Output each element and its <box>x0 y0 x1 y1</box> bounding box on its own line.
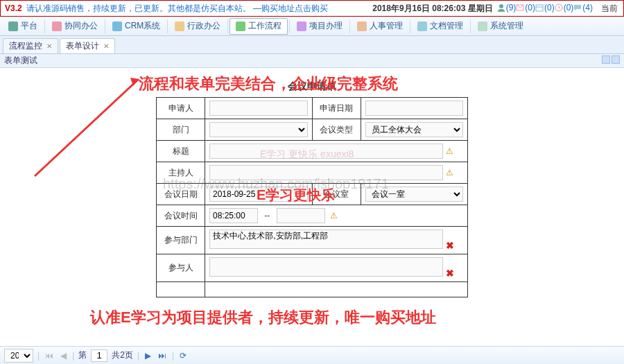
svg-rect-13 <box>417 21 427 31</box>
stat-clock[interactable]: (0) <box>555 3 574 12</box>
menu-item-5[interactable]: 项目办理 <box>291 18 348 35</box>
stat-count: (9) <box>506 3 517 12</box>
page-size-select[interactable]: 20 <box>4 349 33 363</box>
tab-1[interactable]: 表单设计✕ <box>60 38 115 53</box>
menu-label: 系统管理 <box>490 20 523 32</box>
input-time-to[interactable] <box>277 208 325 223</box>
pager-prev-icon[interactable]: ◀ <box>59 351 68 361</box>
lbl-joinperson: 参与人 <box>157 254 205 282</box>
menu-item-7[interactable]: 文档管理 <box>412 18 469 35</box>
stat-count: (0) <box>564 3 574 12</box>
lbl-dept: 部门 <box>157 119 205 141</box>
pager-page-input[interactable] <box>91 349 107 362</box>
menu-icon <box>175 21 184 31</box>
menu-item-2[interactable]: CRM系统 <box>107 18 166 35</box>
stat-cal[interactable]: (0) <box>535 3 555 12</box>
menu-icon <box>357 21 367 31</box>
version-label: V3.2 <box>5 3 22 13</box>
menu-label: 平台 <box>21 20 37 32</box>
svg-rect-9 <box>175 21 184 31</box>
pager-bar: 20 | ⏮ ◀ | 第 共2页 | ▶ ⏭ | ⟳ <box>0 346 624 364</box>
window-buttons[interactable] <box>600 55 620 66</box>
datetime-label: 2018年9月16日 08:26:03 星期日 <box>372 3 492 15</box>
menu-icon <box>112 21 122 31</box>
stat-count: (0) <box>525 3 535 12</box>
close-icon[interactable]: ✕ <box>103 42 109 50</box>
select-meettype[interactable]: 员工全体大会 <box>365 122 464 137</box>
menu-label: 协同办公 <box>64 20 98 32</box>
top-right: 2018年9月16日 08:26:03 星期日 (9)(0)(0)(0)(4) … <box>372 3 618 15</box>
svg-rect-14 <box>478 21 487 31</box>
select-dept[interactable] <box>209 122 308 137</box>
stat-chat[interactable]: (4) <box>573 3 593 12</box>
user-icon <box>497 3 505 12</box>
menu-icon <box>297 21 306 31</box>
menu-icon <box>52 21 62 31</box>
svg-rect-10 <box>236 21 245 31</box>
close-icon[interactable]: ✕ <box>46 42 52 50</box>
current-user[interactable]: 当前 <box>601 3 618 15</box>
pager-refresh-icon[interactable]: ⟳ <box>178 351 188 361</box>
watermark-1: E学习 更快乐 exuexi8 <box>260 148 354 161</box>
input-time-from[interactable] <box>209 208 258 223</box>
menu-item-8[interactable]: 系统管理 <box>472 18 529 35</box>
warning-icon: ⚠ <box>446 146 453 156</box>
pager-prefix: 第 <box>78 349 87 361</box>
menu-label: CRM系统 <box>125 20 160 32</box>
svg-rect-8 <box>112 21 122 31</box>
tab-bar: 流程监控✕表单设计✕ <box>0 36 624 54</box>
svg-rect-12 <box>357 21 367 31</box>
input-applydate[interactable] <box>365 101 464 116</box>
svg-marker-16 <box>130 78 139 86</box>
stat-user[interactable]: (9) <box>497 3 517 12</box>
annotation-arrow-icon <box>28 72 146 183</box>
menu-item-3[interactable]: 行政办公 <box>169 18 226 35</box>
warning-icon: ⚠ <box>446 168 453 177</box>
input-applicant[interactable] <box>209 101 308 116</box>
stat-count: (4) <box>582 3 593 12</box>
menu-label: 人事管理 <box>370 20 403 32</box>
menu-label: 工作流程 <box>248 20 281 32</box>
annotation-1: 流程和表单完美结合，企业级完整系统 <box>139 73 398 94</box>
stat-count: (0) <box>544 3 555 12</box>
mail-icon <box>516 3 524 12</box>
lbl-meettime: 会议时间 <box>157 205 205 227</box>
form-canvas: 流程和表单完美结合，企业级完整系统 E学习 更快乐 exuexi8 https:… <box>0 68 624 336</box>
pager-next-icon[interactable]: ▶ <box>144 351 153 361</box>
warning-icon: ⚠ <box>330 211 338 220</box>
menu-label: 文档管理 <box>430 20 463 32</box>
lbl-extra <box>157 282 205 297</box>
menu-icon <box>478 21 487 31</box>
stat-mail[interactable]: (0) <box>516 3 535 12</box>
pager-last-icon[interactable]: ⏭ <box>157 351 168 361</box>
panel-title: 表单测试 <box>4 55 37 67</box>
menu-item-6[interactable]: 人事管理 <box>352 18 408 35</box>
input-joinperson[interactable] <box>209 257 443 277</box>
svg-rect-11 <box>297 21 306 31</box>
main-menu: 平台协同办公CRM系统行政办公工作流程项目办理人事管理文档管理系统管理 <box>0 17 624 36</box>
clear-icon[interactable]: ✖ <box>446 240 454 251</box>
lbl-applicant: 申请人 <box>157 98 205 119</box>
annotation-3: 认准E学习为项目提供者，持续更新，唯一购买地址 <box>90 307 436 328</box>
menu-item-1[interactable]: 协同办公 <box>46 18 103 35</box>
svg-line-15 <box>35 79 139 176</box>
menu-icon <box>8 21 18 31</box>
cal-icon <box>535 3 544 12</box>
menu-item-4[interactable]: 工作流程 <box>229 18 288 35</box>
svg-rect-6 <box>8 21 18 31</box>
panel-header: 表单测试 <box>0 54 624 68</box>
clear-icon[interactable]: ✖ <box>446 268 454 279</box>
menu-item-0[interactable]: 平台 <box>3 18 43 35</box>
svg-rect-7 <box>52 21 62 31</box>
menu-icon <box>236 21 245 31</box>
input-joindept[interactable] <box>209 229 443 249</box>
tab-0[interactable]: 流程监控✕ <box>3 38 58 53</box>
top-notice-bar: V3.2 请认准源码销售，持续更新，已更新。其他都是仿买自本站。 —购买地址点击… <box>0 0 624 17</box>
top-note[interactable]: 请认准源码销售，持续更新，已更新。其他都是仿买自本站。 —购买地址点击购买 <box>26 3 328 15</box>
svg-point-0 <box>499 4 503 8</box>
pager-first-icon[interactable]: ⏮ <box>44 351 55 361</box>
svg-rect-2 <box>536 5 543 11</box>
lbl-subject: 标题 <box>157 141 205 162</box>
time-sep: -- <box>264 211 270 220</box>
lbl-meettype: 会议类型 <box>312 119 361 141</box>
